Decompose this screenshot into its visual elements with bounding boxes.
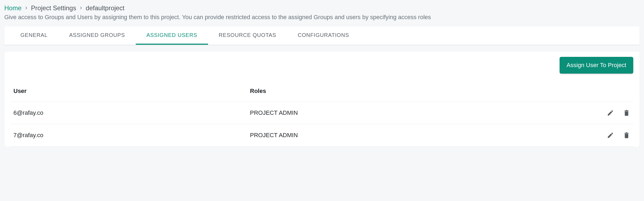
row-actions (593, 109, 631, 117)
row-actions (593, 131, 631, 139)
breadcrumb-project-settings[interactable]: Project Settings (31, 4, 76, 12)
tab-assigned-groups[interactable]: ASSIGNED GROUPS (58, 26, 136, 45)
pencil-icon (607, 132, 614, 139)
tab-resource-quotas[interactable]: RESOURCE QUOTAS (208, 26, 287, 45)
cell-user: 6@rafay.co (13, 109, 250, 116)
breadcrumb-separator: › (80, 4, 82, 12)
tab-general[interactable]: GENERAL (4, 26, 58, 45)
tab-assigned-users[interactable]: ASSIGNED USERS (136, 26, 208, 45)
breadcrumb-separator: › (25, 4, 27, 12)
users-table: User Roles 6@rafay.co PROJECT ADMIN 7@ra… (11, 81, 633, 147)
breadcrumb: Home › Project Settings › defaultproject (4, 4, 640, 12)
trash-icon (623, 132, 630, 139)
pencil-icon (607, 109, 614, 116)
table-header-roles: Roles (250, 88, 593, 95)
table-row: 6@rafay.co PROJECT ADMIN (11, 102, 633, 124)
cell-user: 7@rafay.co (13, 132, 250, 139)
delete-button[interactable] (622, 131, 631, 139)
tabs: GENERAL ASSIGNED GROUPS ASSIGNED USERS R… (4, 26, 640, 45)
edit-button[interactable] (606, 109, 614, 117)
action-bar: Assign User To Project (11, 57, 633, 74)
trash-icon (623, 109, 630, 116)
cell-roles: PROJECT ADMIN (250, 132, 593, 139)
edit-button[interactable] (606, 131, 614, 139)
assign-user-button[interactable]: Assign User To Project (560, 57, 633, 74)
tab-configurations[interactable]: CONFIGURATIONS (287, 26, 360, 45)
table-header-row: User Roles (11, 81, 633, 102)
table-row: 7@rafay.co PROJECT ADMIN (11, 124, 633, 147)
table-header-user: User (13, 88, 250, 95)
page-description: Give access to Groups and Users by assig… (4, 14, 640, 21)
content-card: Assign User To Project User Roles 6@rafa… (4, 51, 640, 147)
tabs-card: GENERAL ASSIGNED GROUPS ASSIGNED USERS R… (4, 26, 640, 45)
breadcrumb-home[interactable]: Home (4, 4, 22, 12)
delete-button[interactable] (622, 109, 631, 117)
breadcrumb-defaultproject[interactable]: defaultproject (86, 4, 124, 12)
cell-roles: PROJECT ADMIN (250, 109, 593, 116)
